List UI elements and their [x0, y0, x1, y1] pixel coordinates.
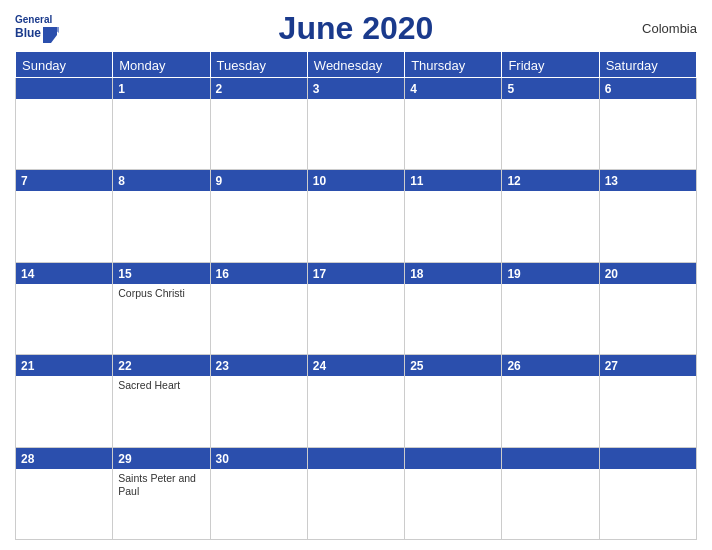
cell-w1-d7: 6	[599, 78, 696, 170]
logo-blue-text: Blue	[15, 27, 41, 40]
calendar-header: General Blue June 2020 Colombia	[15, 10, 697, 47]
day-number: 14	[16, 263, 112, 284]
day-number: 30	[211, 448, 307, 469]
cell-w4-d5: 25	[405, 355, 502, 447]
cell-w1-d4: 3	[307, 78, 404, 170]
cell-w5-d5	[405, 447, 502, 539]
day-number-empty	[502, 448, 598, 469]
page-title: June 2020	[279, 10, 434, 47]
day-number: 8	[113, 170, 209, 191]
day-number: 21	[16, 355, 112, 376]
holiday-label: Saints Peter and Paul	[113, 469, 209, 502]
day-number: 23	[211, 355, 307, 376]
day-number: 3	[308, 78, 404, 99]
cell-w4-d4: 24	[307, 355, 404, 447]
cell-w2-d5: 11	[405, 170, 502, 262]
day-number: 6	[600, 78, 696, 99]
day-number: 19	[502, 263, 598, 284]
cell-w5-d4	[307, 447, 404, 539]
weekday-header-row: Sunday Monday Tuesday Wednesday Thursday…	[16, 52, 697, 78]
day-number: 22	[113, 355, 209, 376]
cell-w3-d7: 20	[599, 262, 696, 354]
day-number: 24	[308, 355, 404, 376]
header-thursday: Thursday	[405, 52, 502, 78]
cell-w5-d7	[599, 447, 696, 539]
cell-w2-d2: 8	[113, 170, 210, 262]
day-number: 25	[405, 355, 501, 376]
day-number: 5	[502, 78, 598, 99]
day-number-empty	[16, 78, 112, 99]
cell-w2-d4: 10	[307, 170, 404, 262]
week-row-2: 78910111213	[16, 170, 697, 262]
header-monday: Monday	[113, 52, 210, 78]
week-row-1: 123456	[16, 78, 697, 170]
cell-w5-d6	[502, 447, 599, 539]
calendar-table: Sunday Monday Tuesday Wednesday Thursday…	[15, 51, 697, 540]
day-number: 18	[405, 263, 501, 284]
cell-w1-d5: 4	[405, 78, 502, 170]
day-number: 4	[405, 78, 501, 99]
cell-w2-d7: 13	[599, 170, 696, 262]
cell-w4-d1: 21	[16, 355, 113, 447]
day-number: 16	[211, 263, 307, 284]
logo: General Blue	[15, 14, 59, 43]
day-number: 26	[502, 355, 598, 376]
cell-w2-d1: 7	[16, 170, 113, 262]
cell-w3-d3: 16	[210, 262, 307, 354]
week-row-4: 2122Sacred Heart2324252627	[16, 355, 697, 447]
cell-w1-d3: 2	[210, 78, 307, 170]
day-number: 20	[600, 263, 696, 284]
day-number: 9	[211, 170, 307, 191]
holiday-label: Sacred Heart	[113, 376, 209, 396]
cell-w5-d3: 30	[210, 447, 307, 539]
day-number: 12	[502, 170, 598, 191]
day-number: 7	[16, 170, 112, 191]
logo-bird-icon	[41, 25, 59, 43]
day-number: 11	[405, 170, 501, 191]
day-number-empty	[600, 448, 696, 469]
cell-w3-d1: 14	[16, 262, 113, 354]
logo-general-text: General	[15, 14, 52, 25]
header-sunday: Sunday	[16, 52, 113, 78]
cell-w3-d2: 15Corpus Christi	[113, 262, 210, 354]
day-number: 28	[16, 448, 112, 469]
day-number: 1	[113, 78, 209, 99]
cell-w5-d2: 29Saints Peter and Paul	[113, 447, 210, 539]
cell-w4-d2: 22Sacred Heart	[113, 355, 210, 447]
day-number: 13	[600, 170, 696, 191]
week-row-3: 1415Corpus Christi1617181920	[16, 262, 697, 354]
cell-w4-d3: 23	[210, 355, 307, 447]
week-row-5: 2829Saints Peter and Paul30	[16, 447, 697, 539]
day-number: 17	[308, 263, 404, 284]
cell-w3-d6: 19	[502, 262, 599, 354]
cell-w4-d6: 26	[502, 355, 599, 447]
header-wednesday: Wednesday	[307, 52, 404, 78]
day-number: 27	[600, 355, 696, 376]
day-number: 15	[113, 263, 209, 284]
day-number-empty	[308, 448, 404, 469]
cell-w3-d5: 18	[405, 262, 502, 354]
holiday-label: Corpus Christi	[113, 284, 209, 304]
cell-w1-d6: 5	[502, 78, 599, 170]
cell-w1-d1	[16, 78, 113, 170]
cell-w1-d2: 1	[113, 78, 210, 170]
cell-w5-d1: 28	[16, 447, 113, 539]
header-tuesday: Tuesday	[210, 52, 307, 78]
cell-w2-d3: 9	[210, 170, 307, 262]
cell-w2-d6: 12	[502, 170, 599, 262]
header-friday: Friday	[502, 52, 599, 78]
day-number-empty	[405, 448, 501, 469]
day-number: 10	[308, 170, 404, 191]
day-number: 2	[211, 78, 307, 99]
cell-w3-d4: 17	[307, 262, 404, 354]
header-saturday: Saturday	[599, 52, 696, 78]
cell-w4-d7: 27	[599, 355, 696, 447]
day-number: 29	[113, 448, 209, 469]
country-label: Colombia	[642, 21, 697, 36]
